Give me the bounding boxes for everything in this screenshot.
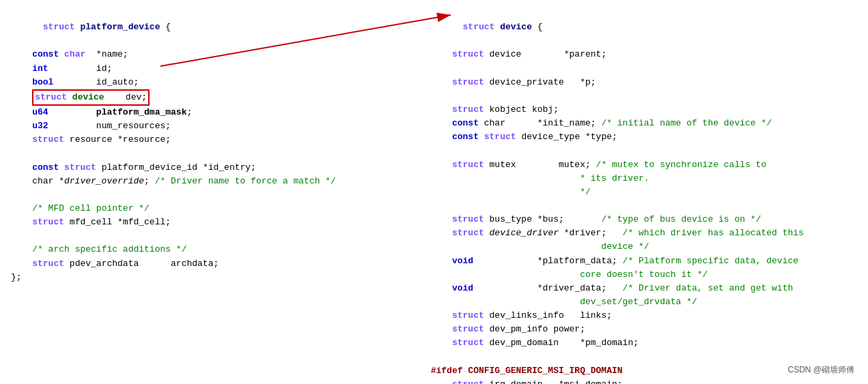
- code-line: int id;: [11, 62, 404, 76]
- code-line: struct device *parent;: [431, 48, 857, 61]
- code-line: core doesn't touch it */: [431, 268, 857, 282]
- code-line: const char *init_name; /* initial name o…: [431, 117, 857, 130]
- left-panel: struct platform_device { const char *nam…: [11, 7, 417, 377]
- code-line: struct pdev_archdata archdata;: [11, 257, 404, 271]
- code-line-highlight: struct device dev;: [11, 89, 404, 106]
- code-line: [431, 144, 857, 158]
- main-container: struct platform_device { const char *nam…: [0, 0, 868, 384]
- code-line: };: [11, 271, 404, 284]
- code-line: /* MFD cell pointer */: [11, 202, 404, 216]
- code-line: char *driver_override; /* Driver name to…: [11, 175, 404, 188]
- code-line: struct dev_pm_info power;: [431, 323, 857, 336]
- code-line: dev_set/get_drvdata */: [431, 295, 857, 309]
- code-line: device */: [431, 240, 857, 254]
- code-line: [431, 199, 857, 213]
- code-line: struct resource *resource;: [11, 133, 404, 147]
- code-line: [11, 229, 404, 243]
- code-line: bool id_auto;: [11, 76, 404, 89]
- code-line: struct dev_pm_domain *pm_domain;: [431, 336, 857, 350]
- code-line: struct mfd_cell *mfd_cell;: [11, 216, 404, 229]
- code-line: void *driver_data; /* Driver data, set a…: [431, 282, 857, 295]
- code-line: struct dev_links_info links;: [431, 309, 857, 323]
- code-line: const struct device_type *type;: [431, 130, 857, 144]
- code-line: const char *name;: [11, 48, 404, 61]
- code-line: * its driver.: [431, 172, 857, 186]
- code-line: [431, 351, 857, 364]
- code-line: const struct platform_device_id *id_entr…: [11, 161, 404, 175]
- code-line: /* arch specific additions */: [11, 243, 404, 256]
- code-line: [431, 62, 857, 76]
- code-line: struct device_private *p;: [431, 76, 857, 89]
- code-line: struct device_driver *driver; /* which d…: [431, 226, 857, 240]
- code-line: u64 platform_dma_mask;: [11, 106, 404, 119]
- right-title: struct device {: [431, 7, 857, 48]
- code-line: struct mutex mutex; /* mutex to synchron…: [431, 158, 857, 172]
- code-line: struct bus_type *bus; /* type of bus dev…: [431, 213, 857, 226]
- left-title: struct platform_device {: [11, 7, 404, 48]
- code-line: [11, 147, 404, 160]
- watermark: CSDN @砌墙师傅: [787, 364, 854, 376]
- right-panel: struct device { struct device *parent; s…: [417, 7, 857, 377]
- code-line: struct kobject kobj;: [431, 103, 857, 117]
- code-line: u32 num_resources;: [11, 119, 404, 133]
- code-line: */: [431, 186, 857, 199]
- code-line: [431, 89, 857, 103]
- code-line: [11, 188, 404, 202]
- code-line: void *platform_data; /* Platform specifi…: [431, 254, 857, 268]
- code-line: struct irq_domain *msi_domain;: [431, 378, 857, 384]
